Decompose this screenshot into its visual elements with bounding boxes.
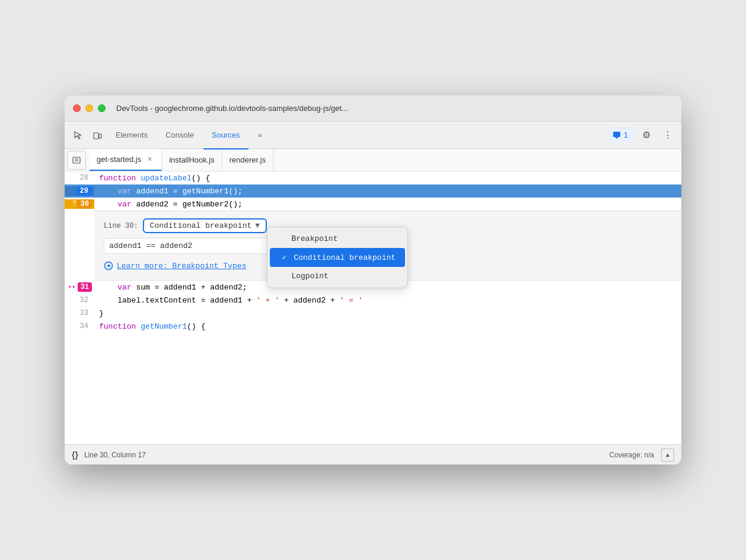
tab-console[interactable]: Console (157, 126, 202, 144)
dropdown-item-breakpoint[interactable]: Breakpoint (267, 230, 407, 248)
bp-line-label: Line 30: Conditional breakpoint ▼ Breakp… (104, 218, 672, 233)
file-tabs-bar: get-started.js ✕ installHook.js renderer… (65, 149, 681, 171)
statusbar-right: Coverage: n/a ▲ (610, 448, 674, 462)
minimize-button[interactable] (85, 104, 93, 112)
file-tab-renderer[interactable]: renderer.js (222, 149, 273, 171)
coverage-status: Coverage: n/a (610, 451, 654, 459)
line-gutter-29[interactable]: 29 (65, 186, 94, 196)
line-content-30[interactable]: var addend2 = getNumber2(); (94, 200, 681, 209)
line-gutter-34[interactable]: 34 (65, 322, 94, 330)
line-gutter-32[interactable]: 32 (65, 296, 94, 304)
dropdown-item-conditional[interactable]: ✓ Conditional breakpoint (270, 248, 405, 267)
file-tab-get-started[interactable]: get-started.js ✕ (90, 149, 162, 171)
line-gutter-31[interactable]: •• 31 (65, 282, 94, 292)
tab-elements[interactable]: Elements (107, 126, 156, 144)
file-navigator-icon[interactable] (67, 151, 86, 170)
file-tab-label: get-started.js (97, 155, 141, 164)
resize-button[interactable]: ▲ (661, 448, 674, 462)
svg-rect-2 (613, 132, 620, 137)
code-line-33: 33 } (65, 307, 681, 320)
status-bar: {} Line 30, Column 17 Coverage: n/a ▲ (65, 444, 681, 464)
more-options-icon[interactable]: ⋮ (659, 126, 677, 144)
tab-sources[interactable]: Sources (203, 126, 248, 144)
device-toggle-icon[interactable] (88, 126, 106, 144)
line-gutter-28[interactable]: 28 (65, 174, 94, 182)
maximize-button[interactable] (98, 104, 106, 112)
svg-rect-1 (99, 134, 101, 138)
dropdown-item-logpoint[interactable]: Logpoint (267, 267, 407, 285)
settings-icon[interactable]: ⚙ (637, 126, 655, 144)
breakpoint-dialog: Line 30: Conditional breakpoint ▼ Breakp… (94, 211, 681, 281)
code-line-28: 28 function updateLabel() { (65, 171, 681, 184)
line-content-32[interactable]: label.textContent = addend1 + ' + ' + ad… (94, 296, 681, 305)
code-line-30: ? 30 var addend2 = getNumber2(); (65, 198, 681, 211)
file-tab-close[interactable]: ✕ (145, 155, 154, 164)
pretty-print-button[interactable]: {} (72, 450, 78, 460)
tab-more[interactable]: » (250, 126, 270, 144)
code-editor: 28 function updateLabel() { 29 var adden… (65, 171, 681, 444)
bp-type-select[interactable]: Conditional breakpoint ▼ Breakpoint ✓ Co… (143, 218, 267, 233)
file-tab-label: renderer.js (229, 155, 266, 164)
inspect-icon[interactable] (69, 126, 87, 144)
line-number-31: 31 (78, 282, 92, 292)
code-line-29: 29 var addend1 = getNumber1(); (65, 184, 681, 198)
line-number-28: 28 (80, 174, 88, 182)
logpoint-dots: •• (68, 284, 75, 291)
toolbar-right: 1 ⚙ ⋮ (607, 126, 677, 144)
bp-type-dropdown: Breakpoint ✓ Conditional breakpoint Logp… (267, 227, 408, 288)
line-gutter-30[interactable]: ? 30 (65, 199, 94, 209)
bp-type-label: Conditional breakpoint (150, 221, 252, 230)
code-line-32: 32 label.textContent = addend1 + ' + ' +… (65, 294, 681, 307)
line-number-33: 33 (80, 309, 88, 317)
dropdown-arrow-icon: ▼ (255, 221, 260, 230)
svg-rect-0 (94, 133, 98, 139)
file-tab-install-hook[interactable]: installHook.js (162, 149, 222, 171)
notification-count: 1 (624, 131, 628, 139)
line-content-34[interactable]: function getNumber1() { (94, 322, 681, 331)
file-tab-label: installHook.js (169, 155, 215, 164)
check-mark-icon: ✓ (279, 253, 289, 262)
close-button[interactable] (73, 104, 81, 112)
line-gutter-33[interactable]: 33 (65, 309, 94, 317)
main-toolbar: Elements Console Sources » 1 ⚙ ⋮ (65, 122, 681, 149)
line-content-29[interactable]: var addend1 = getNumber1(); (94, 187, 681, 196)
line-number-34: 34 (80, 322, 88, 330)
devtools-window: DevTools - googlechrome.github.io/devtoo… (65, 96, 681, 464)
line-number-29: 29 (76, 186, 92, 196)
titlebar: DevTools - googlechrome.github.io/devtoo… (65, 96, 681, 122)
cursor-position: Line 30, Column 17 (84, 451, 146, 459)
line-content-33[interactable]: } (94, 309, 681, 318)
line-number-32: 32 (80, 296, 88, 304)
svg-rect-3 (73, 157, 80, 163)
line-content-28[interactable]: function updateLabel() { (94, 174, 681, 183)
learn-more-text: Learn more: Breakpoint Types (117, 262, 246, 271)
bp-condition-input[interactable] (104, 238, 270, 254)
window-title: DevTools - googlechrome.github.io/devtoo… (116, 104, 348, 113)
code-line-34: 34 function getNumber1() { (65, 320, 681, 333)
notification-button[interactable]: 1 (607, 128, 634, 142)
line-number-30: 30 (78, 199, 92, 209)
